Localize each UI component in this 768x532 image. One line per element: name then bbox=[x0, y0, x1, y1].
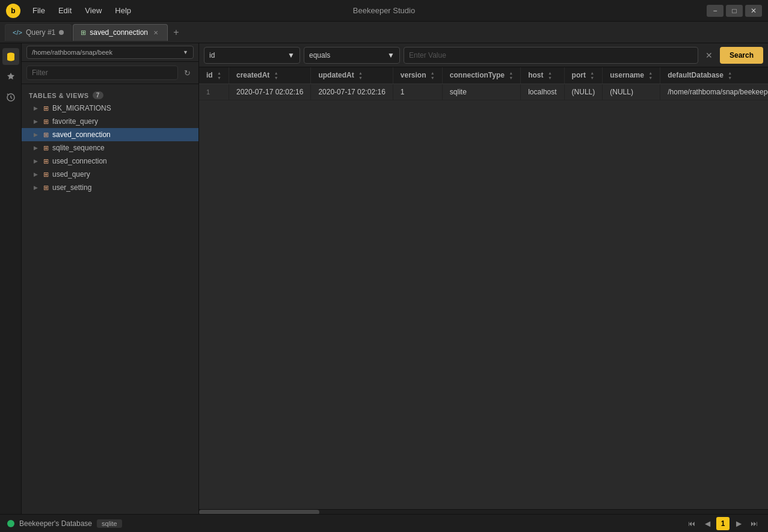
table-item-used-connection[interactable]: ▶ ⊞ used_connection bbox=[22, 154, 198, 168]
horizontal-scrollbar[interactable] bbox=[199, 509, 768, 514]
sort-icons: ▲ ▼ bbox=[274, 71, 278, 80]
sort-desc-icon: ▼ bbox=[509, 76, 513, 80]
maximize-button[interactable]: □ bbox=[726, 5, 743, 17]
table-icon: ⊞ bbox=[81, 29, 86, 37]
table-item-favorite-query[interactable]: ▶ ⊞ favorite_query bbox=[22, 115, 198, 128]
query-icon: </> bbox=[13, 29, 22, 36]
col-header-updatedAt[interactable]: updatedAt ▲ ▼ bbox=[311, 67, 393, 84]
search-button[interactable]: Search bbox=[720, 47, 763, 64]
sort-asc-icon: ▲ bbox=[509, 71, 513, 75]
tab-saved-connection[interactable]: ⊞ saved_connection ✕ bbox=[73, 24, 168, 41]
table-item-user-setting[interactable]: ▶ ⊞ user_setting bbox=[22, 181, 198, 194]
tab-close-icon[interactable]: ✕ bbox=[152, 28, 160, 37]
col-header-id[interactable]: id ▲ ▼ bbox=[199, 67, 229, 84]
sidebar-icon-history[interactable] bbox=[2, 89, 19, 106]
clear-filter-button[interactable]: ✕ bbox=[702, 48, 716, 63]
sort-icons: ▲ ▼ bbox=[217, 71, 221, 80]
db-path-text: /home/rathboma/snap/beek bbox=[32, 49, 112, 56]
sort-asc-icon: ▲ bbox=[358, 71, 363, 75]
expand-arrow-icon: ▶ bbox=[34, 158, 40, 164]
cell-port: (NULL) bbox=[564, 84, 603, 100]
sidebar-icon-database[interactable] bbox=[2, 48, 19, 65]
expand-arrow-icon: ▶ bbox=[34, 185, 40, 191]
cell-host: localhost bbox=[521, 84, 564, 100]
refresh-button[interactable]: ↻ bbox=[180, 66, 194, 79]
table-grid-icon: ⊞ bbox=[43, 171, 49, 179]
sort-asc-icon: ▲ bbox=[728, 71, 732, 75]
col-header-version[interactable]: version ▲ ▼ bbox=[393, 67, 442, 84]
prev-page-button[interactable]: ◀ bbox=[701, 517, 714, 530]
col-header-createdAt[interactable]: createdAt ▲ ▼ bbox=[229, 67, 310, 84]
table-row[interactable]: 1 2020-07-17 02:02:16 2020-07-17 02:02:1… bbox=[199, 84, 768, 100]
cell-createdAt: 2020-07-17 02:02:16 bbox=[229, 84, 310, 100]
menu-file[interactable]: File bbox=[26, 4, 51, 17]
col-label: connectionType bbox=[450, 71, 505, 79]
operator-dropdown-arrow: ▼ bbox=[387, 51, 395, 60]
next-page-button[interactable]: ▶ bbox=[732, 517, 745, 530]
content-area: id ▼ equals ▼ ✕ Search id ▲ bbox=[199, 43, 768, 514]
menu-view[interactable]: View bbox=[79, 4, 108, 17]
filter-input[interactable] bbox=[26, 66, 178, 80]
table-name: used_query bbox=[52, 170, 90, 179]
col-header-defaultDatabase[interactable]: defaultDatabase ▲ ▼ bbox=[660, 67, 768, 84]
sort-desc-icon: ▼ bbox=[548, 76, 552, 80]
sort-desc-icon: ▼ bbox=[217, 76, 221, 80]
statusbar-left: Beekeeper's Database sqlite bbox=[7, 519, 122, 528]
app-title: Beekeeper Studio bbox=[353, 6, 415, 15]
menu-edit[interactable]: Edit bbox=[52, 4, 78, 17]
table-item-bk-migrations[interactable]: ▶ ⊞ BK_MIGRATIONS bbox=[22, 102, 198, 115]
col-label: updatedAt bbox=[318, 71, 354, 79]
menu-help[interactable]: Help bbox=[109, 4, 137, 17]
sort-icons: ▲ ▼ bbox=[590, 71, 594, 80]
sort-desc-icon: ▼ bbox=[728, 76, 732, 80]
window-controls: − □ ✕ bbox=[707, 5, 762, 17]
col-label: username bbox=[610, 71, 644, 79]
expand-arrow-icon: ▶ bbox=[34, 145, 40, 151]
col-label: port bbox=[572, 71, 586, 79]
col-header-username[interactable]: username ▲ ▼ bbox=[603, 67, 660, 84]
tables-label: TABLES & VIEWS bbox=[29, 92, 89, 99]
left-panel-header: ↻ bbox=[22, 62, 198, 84]
expand-arrow-icon: ▶ bbox=[34, 132, 40, 138]
table-grid-icon: ⊞ bbox=[43, 118, 49, 126]
close-button[interactable]: ✕ bbox=[745, 5, 762, 17]
left-panel: /home/rathboma/snap/beek ▼ ↻ TABLES & VI… bbox=[22, 43, 199, 514]
cell-defaultDatabase: /home/rathboma/snap/beekeeper-stu bbox=[660, 84, 768, 100]
sort-icons: ▲ ▼ bbox=[648, 71, 653, 80]
app-logo: b bbox=[6, 4, 20, 18]
add-tab-button[interactable]: + bbox=[169, 25, 183, 40]
sort-desc-icon: ▼ bbox=[590, 76, 594, 80]
column-selector[interactable]: id ▼ bbox=[204, 47, 300, 64]
sort-asc-icon: ▲ bbox=[217, 71, 221, 75]
tab-query1[interactable]: </> Query #1 bbox=[5, 24, 72, 41]
table-item-saved-connection[interactable]: ▶ ⊞ saved_connection bbox=[22, 128, 198, 141]
operator-selected-value: equals bbox=[309, 51, 330, 60]
table-name: used_connection bbox=[52, 157, 107, 165]
first-page-button[interactable]: ⏮ bbox=[685, 517, 698, 530]
table-grid-icon: ⊞ bbox=[43, 105, 49, 112]
connection-status-dot bbox=[7, 520, 14, 527]
table-item-sqlite-sequence[interactable]: ▶ ⊞ sqlite_sequence bbox=[22, 141, 198, 154]
scrollbar-thumb[interactable] bbox=[199, 510, 319, 514]
tab-saved-connection-label: saved_connection bbox=[90, 28, 148, 37]
operator-selector[interactable]: equals ▼ bbox=[304, 47, 400, 64]
sort-asc-icon: ▲ bbox=[548, 71, 552, 75]
last-page-button[interactable]: ⏭ bbox=[748, 517, 761, 530]
col-header-connectionType[interactable]: connectionType ▲ ▼ bbox=[442, 67, 520, 84]
db-path-selector[interactable]: /home/rathboma/snap/beek ▼ bbox=[26, 46, 194, 59]
col-header-host[interactable]: host ▲ ▼ bbox=[521, 67, 564, 84]
col-label: createdAt bbox=[236, 71, 269, 79]
filter-value-input[interactable] bbox=[404, 47, 698, 64]
statusbar: Beekeeper's Database sqlite ⏮ ◀ 1 ▶ ⏭ bbox=[0, 514, 768, 532]
db-type-badge: sqlite bbox=[97, 519, 122, 528]
col-header-port[interactable]: port ▲ ▼ bbox=[564, 67, 603, 84]
sort-icons: ▲ ▼ bbox=[358, 71, 363, 80]
table-grid-icon: ⊞ bbox=[43, 144, 49, 152]
table-item-used-query[interactable]: ▶ ⊞ used_query bbox=[22, 168, 198, 181]
sort-desc-icon: ▼ bbox=[358, 76, 363, 80]
sort-asc-icon: ▲ bbox=[590, 71, 594, 75]
minimize-button[interactable]: − bbox=[707, 5, 723, 17]
data-table: id ▲ ▼ createdAt ▲ ▼ bbox=[199, 67, 768, 100]
main-layout: /home/rathboma/snap/beek ▼ ↻ TABLES & VI… bbox=[0, 43, 768, 514]
sidebar-icon-favorites[interactable] bbox=[2, 69, 19, 85]
